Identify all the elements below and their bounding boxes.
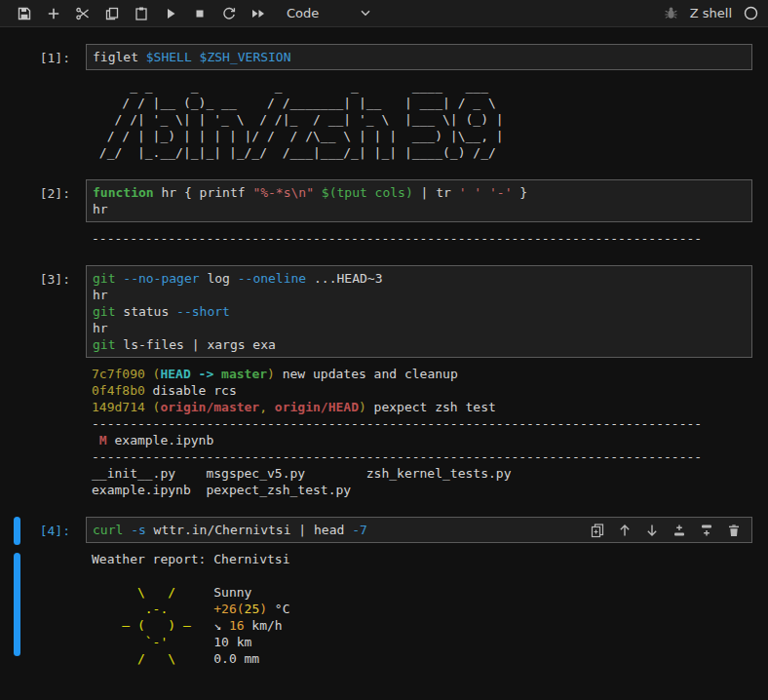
debugger-bug-icon[interactable]: [664, 6, 678, 20]
cell-2-input-editor[interactable]: function hr { printf "%-*s\n" $(tput col…: [86, 179, 752, 222]
insert-cell-below-button[interactable]: [698, 521, 714, 539]
execution-count-2: [2]:: [0, 179, 86, 222]
cell-3-code: git --no-pager log --oneline ...HEAD~3hr…: [93, 270, 746, 353]
cell-3-output-area: 7c7f090 (HEAD -> master) new updates and…: [0, 366, 768, 498]
execution-count-1: [1]:: [0, 44, 86, 70]
save-button[interactable]: [10, 0, 39, 26]
delete-cell-button[interactable]: [725, 521, 742, 539]
notebook-toolbar: Code Z shell: [0, 0, 768, 27]
hr-output: ----------------------------------------…: [86, 230, 768, 247]
chevron-down-icon: [361, 10, 370, 17]
kernel-name[interactable]: Z shell: [690, 6, 732, 20]
cell-toolbar: [587, 520, 744, 540]
cell-2-code: function hr { printf "%-*s\n" $(tput col…: [93, 184, 746, 217]
duplicate-cell-icon: [590, 523, 605, 538]
scissors-icon: [75, 6, 91, 21]
fast-forward-icon: [250, 6, 267, 21]
code-line: figlet $SHELL $ZSH_VERSION: [93, 49, 746, 65]
cell-3-input-editor[interactable]: git --no-pager log --oneline ...HEAD~3hr…: [86, 265, 752, 358]
cell-1-code: figlet $SHELL $ZSH_VERSION: [93, 49, 746, 65]
restart-kernel-button[interactable]: [214, 0, 244, 26]
git-output: 7c7f090 (HEAD -> master) new updates and…: [86, 366, 768, 498]
insert-below-icon: [699, 523, 714, 538]
save-icon: [17, 6, 32, 21]
code-cell-1: [1]: figlet $SHELL $ZSH_VERSION _ _ _ _ …: [0, 44, 768, 161]
stop-icon: [192, 6, 208, 21]
kernel-status-idle-icon[interactable]: [744, 6, 758, 20]
copy-cells-button[interactable]: [97, 0, 127, 26]
execution-count-3: [3]:: [0, 265, 86, 358]
run-icon: [163, 6, 178, 21]
copy-icon: [104, 6, 120, 21]
weather-output: Weather report: Chernivtsi \ / Sunny .-.…: [86, 551, 768, 667]
move-cell-down-button[interactable]: [643, 521, 660, 539]
arrow-down-icon: [644, 523, 660, 538]
interrupt-kernel-button[interactable]: [185, 0, 214, 26]
figlet-output: _ _ _ _ _ ____ ___ / / |__ (_)_ __ / /__…: [86, 78, 768, 161]
plus-icon: [46, 6, 61, 21]
cell-2-output-area: ----------------------------------------…: [0, 230, 768, 247]
cell-type-value: Code: [287, 6, 319, 20]
duplicate-cell-button[interactable]: [589, 521, 605, 539]
code-cell-4-active: [4]: curl -s wttr.in/Chernivtsi | head -…: [0, 517, 768, 667]
run-all-cells-button[interactable]: [244, 0, 273, 26]
cell-4-input-editor[interactable]: curl -s wttr.in/Chernivtsi | head -7: [86, 517, 752, 543]
notebook-panel: [1]: figlet $SHELL $ZSH_VERSION _ _ _ _ …: [0, 27, 768, 667]
code-cell-2: [2]: function hr { printf "%-*s\n" $(tpu…: [0, 179, 768, 247]
trash-icon: [726, 523, 742, 538]
move-cell-up-button[interactable]: [616, 521, 633, 539]
insert-cell-above-button[interactable]: [671, 521, 687, 539]
cell-1-input-editor[interactable]: figlet $SHELL $ZSH_VERSION: [86, 44, 752, 70]
run-cell-button[interactable]: [156, 0, 185, 26]
cell-4-output-area: Weather report: Chernivtsi \ / Sunny .-.…: [0, 551, 768, 667]
paste-cells-button[interactable]: [127, 0, 156, 26]
restart-icon: [221, 6, 237, 21]
arrow-up-icon: [617, 523, 633, 538]
active-cell-input-collapser[interactable]: [14, 517, 20, 545]
insert-above-icon: [672, 523, 687, 538]
cell-type-dropdown[interactable]: Code: [287, 6, 370, 20]
add-cell-button[interactable]: [39, 0, 68, 26]
clipboard-icon: [134, 6, 149, 21]
cell-1-output-area: _ _ _ _ _ ____ ___ / / |__ (_)_ __ / /__…: [0, 78, 768, 161]
active-cell-output-collapser[interactable]: [14, 553, 20, 656]
cut-cells-button[interactable]: [68, 0, 97, 26]
code-cell-3: [3]: git --no-pager log --oneline ...HEA…: [0, 265, 768, 498]
